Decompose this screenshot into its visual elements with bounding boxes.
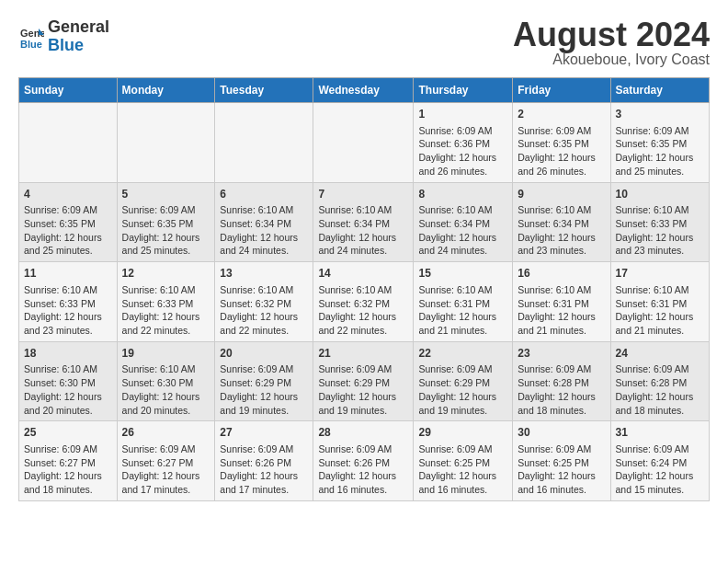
svg-text:Blue: Blue xyxy=(20,39,42,50)
calendar-day-cell: 11Sunrise: 6:10 AM Sunset: 6:33 PM Dayli… xyxy=(19,262,118,342)
calendar-day-cell: 2Sunrise: 6:09 AM Sunset: 6:35 PM Daylig… xyxy=(513,103,610,183)
day-info: Sunrise: 6:10 AM Sunset: 6:34 PM Dayligh… xyxy=(318,203,408,258)
day-info: Sunrise: 6:10 AM Sunset: 6:30 PM Dayligh… xyxy=(24,362,112,417)
day-info: Sunrise: 6:09 AM Sunset: 6:28 PM Dayligh… xyxy=(616,362,705,417)
calendar-day-cell: 29Sunrise: 6:09 AM Sunset: 6:25 PM Dayli… xyxy=(414,421,513,501)
day-of-week-header: Saturday xyxy=(610,78,710,103)
calendar-day-cell: 21Sunrise: 6:09 AM Sunset: 6:29 PM Dayli… xyxy=(313,341,414,421)
day-of-week-header: Monday xyxy=(117,78,215,103)
calendar-day-cell: 18Sunrise: 6:10 AM Sunset: 6:30 PM Dayli… xyxy=(19,341,118,421)
day-number: 6 xyxy=(220,187,308,202)
logo-text: General Blue xyxy=(48,18,109,55)
day-number: 30 xyxy=(518,425,605,441)
calendar-week-row: 11Sunrise: 6:10 AM Sunset: 6:33 PM Dayli… xyxy=(19,262,710,342)
logo: General Blue General Blue xyxy=(18,18,109,55)
day-info: Sunrise: 6:09 AM Sunset: 6:26 PM Dayligh… xyxy=(220,442,308,497)
day-number: 24 xyxy=(616,346,705,362)
day-number: 17 xyxy=(616,266,705,282)
day-number: 5 xyxy=(122,187,210,202)
calendar-title: August 2024 xyxy=(513,18,710,52)
calendar-day-cell: 3Sunrise: 6:09 AM Sunset: 6:35 PM Daylig… xyxy=(610,103,710,183)
day-info: Sunrise: 6:10 AM Sunset: 6:33 PM Dayligh… xyxy=(122,283,210,338)
calendar-week-row: 18Sunrise: 6:10 AM Sunset: 6:30 PM Dayli… xyxy=(19,341,710,421)
day-info: Sunrise: 6:09 AM Sunset: 6:27 PM Dayligh… xyxy=(24,442,112,497)
day-of-week-header: Tuesday xyxy=(215,78,313,103)
day-info: Sunrise: 6:10 AM Sunset: 6:34 PM Dayligh… xyxy=(418,203,507,258)
day-number: 12 xyxy=(122,266,210,282)
day-number: 10 xyxy=(616,187,705,202)
day-info: Sunrise: 6:09 AM Sunset: 6:24 PM Dayligh… xyxy=(616,442,705,497)
day-of-week-header: Wednesday xyxy=(313,78,414,103)
calendar-day-cell xyxy=(215,103,313,183)
calendar-day-cell: 8Sunrise: 6:10 AM Sunset: 6:34 PM Daylig… xyxy=(414,182,513,262)
day-number: 28 xyxy=(318,425,408,441)
day-of-week-header: Sunday xyxy=(19,78,118,103)
day-info: Sunrise: 6:09 AM Sunset: 6:35 PM Dayligh… xyxy=(518,124,605,178)
calendar-subtitle: Akoueboue, Ivory Coast xyxy=(513,52,710,68)
logo-icon: General Blue xyxy=(18,24,44,50)
day-number: 16 xyxy=(518,266,605,282)
day-number: 22 xyxy=(418,346,507,362)
day-number: 21 xyxy=(318,346,408,362)
calendar-day-cell: 30Sunrise: 6:09 AM Sunset: 6:25 PM Dayli… xyxy=(513,421,610,501)
calendar-day-cell: 26Sunrise: 6:09 AM Sunset: 6:27 PM Dayli… xyxy=(117,421,215,501)
day-info: Sunrise: 6:09 AM Sunset: 6:29 PM Dayligh… xyxy=(318,362,408,417)
day-info: Sunrise: 6:09 AM Sunset: 6:26 PM Dayligh… xyxy=(318,442,408,497)
day-info: Sunrise: 6:09 AM Sunset: 6:36 PM Dayligh… xyxy=(418,124,507,178)
day-info: Sunrise: 6:10 AM Sunset: 6:32 PM Dayligh… xyxy=(220,283,308,338)
calendar-day-cell: 20Sunrise: 6:09 AM Sunset: 6:29 PM Dayli… xyxy=(215,341,313,421)
calendar-day-cell xyxy=(313,103,414,183)
calendar-header-row: SundayMondayTuesdayWednesdayThursdayFrid… xyxy=(19,78,710,103)
calendar-table: SundayMondayTuesdayWednesdayThursdayFrid… xyxy=(18,77,710,501)
day-number: 27 xyxy=(220,425,308,441)
day-number: 19 xyxy=(122,346,210,362)
calendar-day-cell: 1Sunrise: 6:09 AM Sunset: 6:36 PM Daylig… xyxy=(414,103,513,183)
calendar-day-cell: 16Sunrise: 6:10 AM Sunset: 6:31 PM Dayli… xyxy=(513,262,610,342)
day-info: Sunrise: 6:10 AM Sunset: 6:34 PM Dayligh… xyxy=(220,203,308,258)
calendar-day-cell: 23Sunrise: 6:09 AM Sunset: 6:28 PM Dayli… xyxy=(513,341,610,421)
calendar-day-cell: 5Sunrise: 6:09 AM Sunset: 6:35 PM Daylig… xyxy=(117,182,215,262)
calendar-day-cell: 9Sunrise: 6:10 AM Sunset: 6:34 PM Daylig… xyxy=(513,182,610,262)
day-number: 20 xyxy=(220,346,308,362)
day-number: 26 xyxy=(122,425,210,441)
day-number: 15 xyxy=(418,266,507,282)
calendar-day-cell: 6Sunrise: 6:10 AM Sunset: 6:34 PM Daylig… xyxy=(215,182,313,262)
day-number: 14 xyxy=(318,266,408,282)
calendar-day-cell: 4Sunrise: 6:09 AM Sunset: 6:35 PM Daylig… xyxy=(19,182,118,262)
day-info: Sunrise: 6:09 AM Sunset: 6:35 PM Dayligh… xyxy=(24,203,112,258)
day-number: 25 xyxy=(24,425,112,441)
day-of-week-header: Friday xyxy=(513,78,610,103)
day-number: 11 xyxy=(24,266,112,282)
calendar-day-cell: 13Sunrise: 6:10 AM Sunset: 6:32 PM Dayli… xyxy=(215,262,313,342)
calendar-day-cell: 12Sunrise: 6:10 AM Sunset: 6:33 PM Dayli… xyxy=(117,262,215,342)
day-info: Sunrise: 6:10 AM Sunset: 6:31 PM Dayligh… xyxy=(616,283,705,338)
calendar-day-cell: 15Sunrise: 6:10 AM Sunset: 6:31 PM Dayli… xyxy=(414,262,513,342)
calendar-week-row: 1Sunrise: 6:09 AM Sunset: 6:36 PM Daylig… xyxy=(19,103,710,183)
day-info: Sunrise: 6:10 AM Sunset: 6:31 PM Dayligh… xyxy=(418,283,507,338)
day-info: Sunrise: 6:10 AM Sunset: 6:34 PM Dayligh… xyxy=(518,203,605,258)
day-number: 1 xyxy=(418,107,507,122)
day-number: 31 xyxy=(616,425,705,441)
day-number: 23 xyxy=(518,346,605,362)
day-info: Sunrise: 6:09 AM Sunset: 6:29 PM Dayligh… xyxy=(418,362,507,417)
day-info: Sunrise: 6:09 AM Sunset: 6:25 PM Dayligh… xyxy=(418,442,507,497)
page-header: General Blue General Blue August 2024 Ak… xyxy=(18,18,710,68)
calendar-day-cell: 27Sunrise: 6:09 AM Sunset: 6:26 PM Dayli… xyxy=(215,421,313,501)
day-number: 7 xyxy=(318,187,408,202)
day-info: Sunrise: 6:10 AM Sunset: 6:30 PM Dayligh… xyxy=(122,362,210,417)
calendar-day-cell: 10Sunrise: 6:10 AM Sunset: 6:33 PM Dayli… xyxy=(610,182,710,262)
title-block: August 2024 Akoueboue, Ivory Coast xyxy=(513,18,710,68)
day-number: 18 xyxy=(24,346,112,362)
calendar-day-cell: 25Sunrise: 6:09 AM Sunset: 6:27 PM Dayli… xyxy=(19,421,118,501)
day-info: Sunrise: 6:09 AM Sunset: 6:27 PM Dayligh… xyxy=(122,442,210,497)
day-number: 3 xyxy=(616,107,705,122)
calendar-week-row: 4Sunrise: 6:09 AM Sunset: 6:35 PM Daylig… xyxy=(19,182,710,262)
day-info: Sunrise: 6:10 AM Sunset: 6:33 PM Dayligh… xyxy=(616,203,705,258)
day-info: Sunrise: 6:10 AM Sunset: 6:31 PM Dayligh… xyxy=(518,283,605,338)
day-number: 29 xyxy=(418,425,507,441)
day-of-week-header: Thursday xyxy=(414,78,513,103)
calendar-day-cell: 19Sunrise: 6:10 AM Sunset: 6:30 PM Dayli… xyxy=(117,341,215,421)
calendar-day-cell xyxy=(19,103,118,183)
calendar-day-cell: 24Sunrise: 6:09 AM Sunset: 6:28 PM Dayli… xyxy=(610,341,710,421)
day-number: 8 xyxy=(418,187,507,202)
